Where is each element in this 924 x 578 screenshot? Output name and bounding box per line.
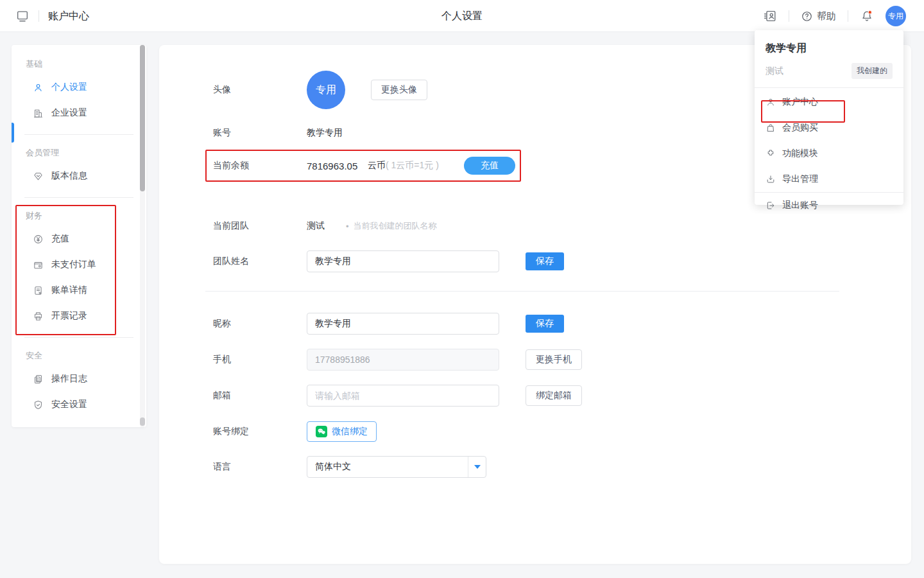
dropdown-item-label: 导出管理: [782, 173, 818, 185]
user-icon: [766, 97, 776, 107]
help-button[interactable]: 帮助: [801, 10, 836, 22]
dropdown-team-name: 测试: [766, 66, 783, 77]
gem-icon: [33, 171, 44, 182]
phone-input: [307, 349, 499, 371]
topbar-divider: [789, 10, 789, 22]
current-team-label: 当前团队: [213, 220, 307, 232]
sidebar-item-operation-logs[interactable]: 操作日志: [12, 366, 146, 392]
section-divider: [205, 291, 839, 292]
sidebar-item-version-info[interactable]: 版本信息: [12, 163, 146, 189]
sidebar-item-recharge[interactable]: 充值: [12, 226, 146, 252]
language-value: 简体中文: [307, 461, 468, 473]
log-icon: [33, 374, 44, 385]
account-label: 账号: [213, 127, 307, 139]
wallet-icon: [33, 259, 44, 270]
dropdown-item-label: 账户中心: [782, 96, 818, 108]
team-hint: • 当前我创建的团队名称: [346, 220, 437, 232]
wechat-bind-button[interactable]: 微信绑定: [307, 421, 377, 442]
sidebar-item-label: 操作日志: [51, 373, 87, 385]
export-icon: [766, 174, 776, 184]
account-binding-label: 账号绑定: [213, 426, 307, 437]
dropdown-item-label: 退出账号: [782, 200, 818, 211]
balance-note: ( 1云币=1元 ): [386, 160, 439, 171]
dropdown-item-member-purchase[interactable]: 会员购买: [755, 115, 903, 141]
screen: 账户中心 个人设置 帮助 专用 基础 个人设置: [0, 0, 924, 578]
balance-unit: 云币: [368, 160, 386, 171]
sidebar-item-label: 账单详情: [51, 285, 87, 296]
dropdown-item-label: 功能模块: [782, 148, 818, 159]
sidebar-section-basic: 基础: [12, 57, 146, 72]
dropdown-user-name: 教学专用: [755, 37, 903, 55]
sidebar-section-finance: 财务: [12, 208, 146, 223]
bag-icon: [766, 123, 776, 133]
profile-avatar: 专用: [307, 71, 345, 109]
email-label: 邮箱: [213, 390, 307, 401]
sidebar-item-label: 充值: [51, 233, 69, 245]
sidebar-item-label: 个人设置: [51, 82, 87, 93]
dropdown-divider: [755, 87, 903, 88]
recharge-button[interactable]: 充值: [464, 157, 515, 175]
avatar[interactable]: 专用: [886, 6, 906, 26]
sidebar-scrollbar-thumb[interactable]: [140, 45, 145, 191]
change-avatar-button[interactable]: 更换头像: [371, 80, 427, 100]
sidebar-item-personal-settings[interactable]: 个人设置: [12, 74, 146, 100]
phone-label: 手机: [213, 354, 307, 365]
sidebar-item-label: 未支付订单: [51, 259, 96, 270]
user-icon: [33, 82, 44, 93]
sidebar-item-label: 企业设置: [51, 107, 87, 119]
topbar: 账户中心 个人设置 帮助 专用: [0, 0, 924, 32]
balance-label: 当前余额: [213, 160, 307, 171]
nickname-input[interactable]: [307, 313, 499, 335]
sidebar-divider: [24, 134, 133, 135]
avatar-label: 头像: [213, 84, 307, 96]
sidebar-section-membership: 会员管理: [12, 145, 146, 161]
logout-icon: [766, 200, 776, 211]
workspace-switch-icon[interactable]: [763, 9, 777, 23]
building-icon: [33, 108, 44, 119]
dropdown-item-account-center[interactable]: 账户中心: [755, 89, 903, 115]
sidebar-item-label: 开票记录: [51, 310, 87, 322]
sidebar: 基础 个人设置 企业设置 会员管理 版本信息 财务 充值 未支付订单: [12, 45, 146, 427]
sidebar-item-label: 版本信息: [51, 170, 87, 182]
bind-email-button[interactable]: 绑定邮箱: [526, 385, 582, 406]
account-value: 教学专用: [307, 127, 343, 139]
sidebar-item-unpaid-orders[interactable]: 未支付订单: [12, 252, 146, 277]
wechat-icon: [316, 426, 327, 437]
coin-icon: [33, 234, 44, 245]
language-select[interactable]: 简体中文: [307, 456, 486, 478]
sidebar-item-invoice-records[interactable]: 开票记录: [12, 303, 146, 329]
sidebar-divider: [24, 337, 133, 338]
sidebar-item-bill-details[interactable]: 账单详情: [12, 277, 146, 303]
balance-value: 7816963.05: [307, 161, 368, 171]
change-phone-button[interactable]: 更换手机: [526, 349, 582, 370]
invoice-icon: [33, 311, 44, 322]
save-team-name-button[interactable]: 保存: [526, 252, 564, 270]
email-input[interactable]: [307, 385, 499, 407]
module-icon: [766, 148, 776, 159]
sidebar-item-label: 安全设置: [51, 399, 87, 410]
user-dropdown-menu: 教学专用 测试 我创建的 账户中心 会员购买 功能模块 导出管理 退出账号: [755, 30, 903, 205]
help-icon: [801, 10, 813, 22]
sidebar-item-security-settings[interactable]: 安全设置: [12, 392, 146, 417]
save-nickname-button[interactable]: 保存: [526, 315, 564, 333]
wechat-bind-label: 微信绑定: [332, 426, 368, 437]
bill-icon: [33, 285, 44, 296]
dropdown-item-label: 会员购买: [782, 122, 818, 134]
dropdown-item-function-modules[interactable]: 功能模块: [755, 141, 903, 166]
nickname-label: 昵称: [213, 318, 307, 329]
chevron-down-icon[interactable]: [468, 457, 486, 477]
hint-bullet: •: [346, 222, 349, 231]
team-name-input[interactable]: [307, 250, 499, 272]
shield-icon: [33, 399, 44, 410]
language-label: 语言: [213, 461, 307, 473]
sidebar-section-security: 安全: [12, 348, 146, 363]
help-label: 帮助: [817, 10, 836, 22]
dropdown-item-export-management[interactable]: 导出管理: [755, 166, 903, 192]
bell-icon[interactable]: [860, 9, 874, 23]
hint-text: 当前我创建的团队名称: [354, 220, 437, 232]
sidebar-divider: [24, 197, 133, 198]
topbar-divider: [848, 10, 848, 22]
dropdown-item-logout[interactable]: 退出账号: [755, 193, 903, 218]
created-by-me-badge: 我创建的: [851, 63, 893, 79]
sidebar-item-enterprise-settings[interactable]: 企业设置: [12, 100, 146, 126]
